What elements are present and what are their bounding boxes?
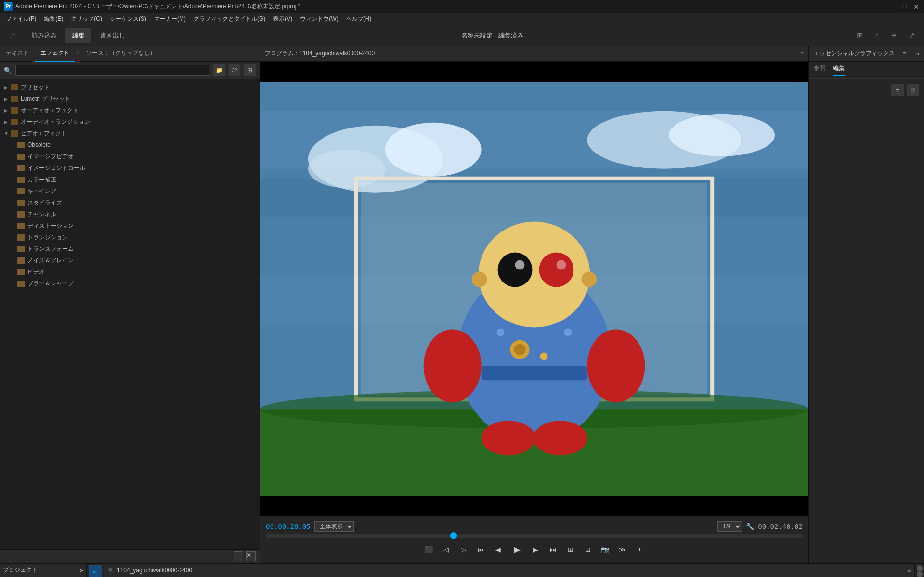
selection-tool-button[interactable]: ↖ <box>89 565 102 577</box>
add-transport-button[interactable]: + <box>633 543 647 556</box>
svg-rect-16 <box>482 366 587 380</box>
tree-item-0[interactable]: ▶プリセット <box>0 81 260 93</box>
export-icon[interactable]: ↑ <box>870 29 884 42</box>
menu-help[interactable]: ヘルプ(H) <box>342 14 376 24</box>
program-monitor-menu[interactable]: ≡ <box>800 51 804 57</box>
timeline-menu-icon[interactable]: ≡ <box>907 567 911 574</box>
scroll-indicator-top[interactable] <box>917 565 923 571</box>
svg-point-28 <box>587 329 645 402</box>
effects-search-input[interactable] <box>15 65 209 76</box>
sequence-name: 1104_yaguchiwalk0000-2400 <box>117 567 192 574</box>
bottom-area: プロジェクト » ...proj ⊞ 矢口ペー... 1:58: ≡ ⊞ <box>0 563 924 577</box>
tree-item-13[interactable]: トランジション <box>0 231 260 243</box>
minimize-button[interactable]: ─ <box>889 3 897 11</box>
export-frame-button[interactable]: 📷 <box>599 543 612 556</box>
tree-item-6[interactable]: イマーシブビデオ <box>0 151 260 162</box>
scrub-thumb[interactable] <box>450 532 457 539</box>
tree-item-3[interactable]: ▶オーディオトランジション <box>0 116 260 128</box>
tree-item-11[interactable]: チャンネル <box>0 208 260 220</box>
step-forward-large-button[interactable]: ⏭ <box>547 543 560 556</box>
new-folder-icon[interactable]: 📁 <box>213 64 225 76</box>
accelerated-effects-icon[interactable]: 32 <box>229 64 240 76</box>
play-button[interactable]: ▶ <box>509 541 525 558</box>
menu-marker[interactable]: マーカー(M) <box>150 14 190 24</box>
tab-separator: ≡ <box>76 51 79 57</box>
essential-graphics-menu[interactable]: ≡ <box>903 51 906 57</box>
menu-clip[interactable]: クリップ(C) <box>67 14 106 24</box>
go-to-in-button[interactable]: ◁ <box>440 543 453 556</box>
window-controls: ─ □ ✕ <box>889 3 920 11</box>
svg-point-25 <box>472 272 487 287</box>
wrench-icon[interactable]: 🔧 <box>746 523 754 530</box>
essential-graphics-tabs: 参照 編集 <box>809 62 924 79</box>
program-controls: 00:00:28:05 全体表示 1/4 🔧 00:02:40:02 ⬛ ◁ ▷ <box>260 516 808 563</box>
menu-sequence[interactable]: シーケンス(S) <box>106 14 150 24</box>
eg-align-button[interactable]: ⊟ <box>907 84 919 96</box>
tree-item-1[interactable]: ▶Lumetri プリセット <box>0 93 260 104</box>
menu-window[interactable]: ウィンドウ(W) <box>296 14 342 24</box>
svg-point-6 <box>385 123 482 177</box>
add-marker-button[interactable]: ⬛ <box>422 543 436 556</box>
home-button[interactable]: ⌂ <box>6 28 21 43</box>
tree-item-4[interactable]: ▼ビデオエフェクト <box>0 128 260 139</box>
tree-item-10[interactable]: スタイライズ <box>0 197 260 208</box>
timeline-right-strip: S S <box>914 564 924 577</box>
tree-item-16[interactable]: ビデオ <box>0 266 260 278</box>
scale-select[interactable]: 1/4 <box>717 521 742 532</box>
tree-item-2[interactable]: ▶オーディオエフェクト <box>0 104 260 116</box>
insert-button[interactable]: ⊞ <box>564 543 577 556</box>
new-bin-icon[interactable] <box>234 551 243 561</box>
tree-item-15[interactable]: ノイズ＆グレイン <box>0 255 260 266</box>
settings-button1[interactable]: ≫ <box>616 543 629 556</box>
step-back-large-button[interactable]: ⏮ <box>474 543 488 556</box>
essential-graphics-content: ≡ ⊟ <box>809 79 924 563</box>
eg-tab-browse[interactable]: 参照 <box>814 64 825 76</box>
tree-item-8[interactable]: カラー補正 <box>0 174 260 185</box>
essential-graphics-title: エッセンシャルグラフィックス <box>814 50 895 58</box>
tree-item-12[interactable]: ディストーション <box>0 220 260 231</box>
scroll-indicator-bottom[interactable] <box>917 571 923 577</box>
settings-icon[interactable]: ≡ <box>887 29 901 42</box>
menu-edit[interactable]: 編集(E) <box>40 14 67 24</box>
window-title: Adobe Premiere Pro 2024 - C:\ユーザー\Owner-… <box>15 2 889 11</box>
menu-graphics[interactable]: グラフィックとタイトル(G) <box>190 14 269 24</box>
tab-text[interactable]: テキスト <box>0 46 35 62</box>
tree-item-17[interactable]: ブラー＆シャープ <box>0 278 260 289</box>
layout-icon[interactable]: ⊞ <box>853 29 866 42</box>
tree-item-5[interactable]: Obsolete <box>0 139 260 151</box>
delete-icon[interactable]: ✕ <box>246 551 256 561</box>
step-back-button[interactable]: ◀ <box>492 543 505 556</box>
tab-source[interactable]: ソース：（クリップなし） <box>80 46 161 62</box>
go-to-out-button[interactable]: ▷ <box>457 543 470 556</box>
overwrite-button[interactable]: ⊟ <box>581 543 595 556</box>
fullscreen-icon[interactable]: ⤢ <box>905 29 918 42</box>
timeline-close-button[interactable]: ✕ <box>108 566 113 574</box>
end-timecode: 00:02:40:02 <box>758 523 803 530</box>
current-timecode[interactable]: 00:00:28:05 <box>266 523 311 530</box>
tab-edit[interactable]: 編集 <box>65 28 91 43</box>
search-icon: 🔍 <box>4 67 12 74</box>
eg-list-view-button[interactable]: ≡ <box>891 84 904 96</box>
close-button[interactable]: ✕ <box>912 3 920 11</box>
eg-tab-edit[interactable]: 編集 <box>833 64 845 76</box>
tree-item-7[interactable]: イメージコントロール <box>0 162 260 174</box>
timeline-scrub[interactable] <box>266 534 803 538</box>
step-forward-button[interactable]: ▶ <box>529 543 543 556</box>
menu-file[interactable]: ファイル(F) <box>2 14 40 24</box>
tab-import[interactable]: 読み込み <box>25 28 64 43</box>
tab-export[interactable]: 書き出し <box>93 28 132 43</box>
effects-footer: ✕ <box>0 549 260 563</box>
project-panel-title: プロジェクト <box>3 566 38 574</box>
svg-point-20 <box>479 222 590 328</box>
collapse-icon[interactable]: » <box>916 51 919 57</box>
menu-view[interactable]: 表示(V) <box>269 14 296 24</box>
project-expand-icon[interactable]: » <box>80 567 83 574</box>
tab-effects[interactable]: エフェクト <box>35 46 75 62</box>
tree-item-9[interactable]: キーイング <box>0 185 260 197</box>
preset-icon[interactable]: ⊞ <box>244 64 256 76</box>
tree-item-14[interactable]: トランスフォーム <box>0 243 260 255</box>
effects-tree: ▶プリセット▶Lumetri プリセット▶オーディオエフェクト▶オーディオトラン… <box>0 79 260 549</box>
svg-point-29 <box>482 421 535 455</box>
zoom-select[interactable]: 全体表示 <box>314 521 354 532</box>
maximize-button[interactable]: □ <box>901 3 909 11</box>
